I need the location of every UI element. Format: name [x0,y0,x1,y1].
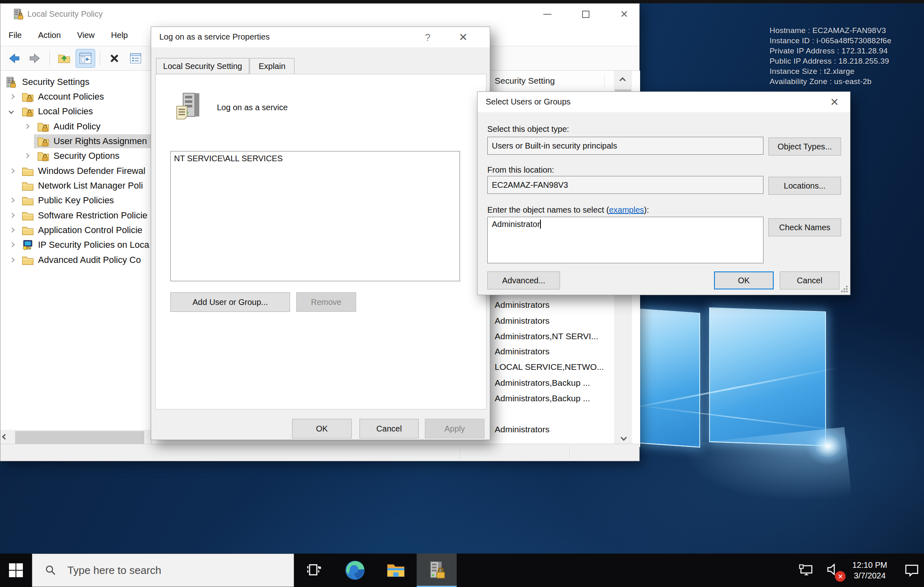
task-view-button[interactable] [299,554,329,587]
object-names-input[interactable]: Administrator [487,217,763,263]
chevron-right-icon[interactable] [9,257,15,262]
dialog-titlebar[interactable]: Select Users or Groups ✕ [478,92,850,112]
check-names-button[interactable]: Check Names [768,218,841,236]
cancel-button[interactable]: Cancel [780,271,839,289]
tree-item-user-rights-assignment[interactable]: User Rights Assignmen [0,134,151,149]
scroll-up-icon [619,77,626,84]
tree-item-software-restriction-policies[interactable]: Software Restriction Policie [0,208,151,223]
start-button[interactable] [0,554,32,587]
list-item[interactable]: LOCAL SERVICE,NETWO... [495,362,613,378]
list-item[interactable]: Administrators [495,300,613,316]
chevron-right-icon[interactable] [24,153,29,158]
cancel-button[interactable]: Cancel [359,419,419,438]
advanced-button[interactable]: Advanced... [487,271,560,289]
ec2-hostname: Hostname : EC2AMAZ-FAN98V3 [770,25,891,36]
taskbar-clock[interactable]: 12:10 PM 3/7/2024 [852,560,887,581]
chevron-down-icon[interactable] [9,109,14,114]
object-type-field[interactable]: Users or Built-in security principals [487,137,763,155]
menu-action[interactable]: Action [30,27,69,43]
tree-item-advanced-audit-policy[interactable]: Advanced Audit Policy Co [0,253,151,268]
ok-button[interactable]: OK [292,419,352,438]
tree-item-ip-security-policies[interactable]: IP Security Policies on Loca [0,238,151,253]
members-list-box[interactable]: NT SERVICE\ALL SERVICES [170,151,460,281]
window-titlebar[interactable]: Local Security Policy ✕ [0,4,639,25]
minimize-button[interactable] [534,4,561,25]
tree-item-application-control-policies[interactable]: Application Control Policie [0,223,151,238]
clock-time: 12:10 PM [852,560,887,570]
list-item[interactable]: Administrators [495,425,613,440]
forward-button[interactable] [26,49,45,67]
object-names-value: Administrator [492,220,540,229]
list-view-button[interactable] [126,49,145,67]
menu-view[interactable]: View [69,27,103,43]
tree-item-account-policies[interactable]: Account Policies [0,89,151,105]
resize-grip[interactable] [841,286,848,292]
tree-item-windows-defender-firewall[interactable]: Windows Defender Firewal [0,164,151,179]
list-item[interactable]: Administrators [495,347,613,362]
back-button[interactable] [4,49,23,67]
close-button[interactable]: ✕ [454,31,472,44]
chevron-right-icon[interactable] [24,124,29,129]
list-item[interactable]: Administrators,Backup ... [495,378,613,394]
menu-help[interactable]: Help [103,27,136,43]
up-folder-icon [57,51,71,65]
chevron-right-icon[interactable] [9,227,15,233]
chevron-right-icon[interactable] [9,94,15,99]
tab-page: Log on as a service NT SERVICE\ALL SERVI… [155,74,487,409]
add-user-or-group-button[interactable]: Add User or Group... [170,292,290,312]
console-tree-toggle[interactable] [76,49,95,67]
folder-icon [22,225,34,237]
tree-item-local-policies[interactable]: Local Policies [0,104,151,119]
scroll-up-button[interactable] [614,71,632,89]
list-item[interactable]: Administrators,Backup ... [495,394,613,409]
edge-button[interactable] [340,554,370,587]
tree-item-label: Application Control Policie [38,225,143,236]
dialog-titlebar[interactable]: Log on as a service Properties ? ✕ [151,27,490,47]
tree-item-security-settings[interactable]: Security Settings [0,75,151,90]
folder-lock-icon [22,106,34,118]
list-item[interactable]: Administrators,NT SERVI... [495,331,613,347]
list-item[interactable]: Administrators [495,316,613,331]
tree-item-audit-policy[interactable]: Audit Policy [0,119,151,134]
location-field[interactable]: EC2AMAZ-FAN98V3 [487,176,763,194]
tree-item-label: Security Options [54,151,119,161]
tree-item-security-options[interactable]: Security Options [0,149,151,164]
volume-button[interactable]: ✕ [825,561,841,579]
taskbar: Type here to search ✕ 12:10 PM 3/7/2024 [0,554,924,587]
ok-button[interactable]: OK [714,271,774,289]
scrollbar-thumb[interactable] [15,431,144,445]
close-button[interactable]: ✕ [826,96,844,109]
remove-button[interactable]: Remove [296,292,356,312]
local-security-policy-taskbar-button[interactable] [417,554,457,587]
chevron-right-icon[interactable] [9,168,15,173]
chevron-right-icon[interactable] [9,242,15,247]
chevron-right-icon[interactable] [9,198,15,203]
action-center-icon[interactable] [904,562,920,578]
close-button[interactable]: ✕ [611,4,638,25]
member-item[interactable]: NT SERVICE\ALL SERVICES [174,154,456,163]
menu-file[interactable]: File [0,27,30,43]
examples-link[interactable]: examples [609,205,644,214]
apply-button[interactable]: Apply [425,419,484,438]
help-button[interactable]: ? [421,32,435,44]
list-item[interactable] [495,409,613,425]
folder-icon [22,180,34,192]
network-icon[interactable] [798,562,815,578]
app-icon [12,8,24,20]
file-explorer-button[interactable] [381,554,411,587]
maximize-button[interactable] [572,4,599,25]
scroll-left-icon[interactable] [2,434,8,440]
locations-button[interactable]: Locations... [768,177,841,195]
object-types-button[interactable]: Object Types... [768,138,841,156]
tab-local-security-setting[interactable]: Local Security Setting [156,58,249,74]
up-folder-button[interactable] [55,49,74,67]
taskbar-search[interactable]: Type here to search [32,554,294,587]
delete-button[interactable] [105,49,124,67]
delete-icon [107,51,121,65]
chevron-right-icon[interactable] [9,213,15,218]
column-divider[interactable] [604,74,605,89]
log-on-as-a-service-properties-dialog: Log on as a service Properties ? ✕ Local… [151,27,490,440]
tree-item-public-key-policies[interactable]: Public Key Policies [0,193,151,208]
tree-item-network-list-manager[interactable]: Network List Manager Poli [0,178,151,193]
tab-explain[interactable]: Explain [250,58,295,74]
